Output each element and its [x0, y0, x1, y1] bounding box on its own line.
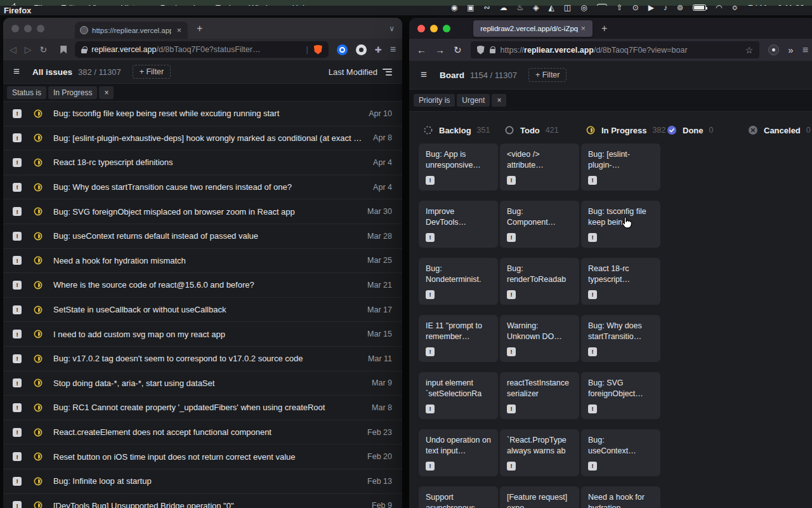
- issue-card[interactable]: Bug: useContext…!: [581, 429, 660, 476]
- chip-remove-button[interactable]: ×: [99, 86, 114, 99]
- issue-row[interactable]: !Bug: Why does startTransition cause two…: [3, 175, 402, 200]
- urgent-priority-icon[interactable]: !: [426, 176, 435, 185]
- in-progress-status-icon[interactable]: [34, 403, 43, 412]
- minimize-window-button[interactable]: [430, 25, 438, 32]
- issue-row[interactable]: !SetState in useCallback or without useC…: [3, 298, 402, 323]
- add-filter-button[interactable]: + Filter: [133, 65, 171, 79]
- wifi-icon[interactable]: ◠: [716, 4, 722, 11]
- sort-control[interactable]: Last Modified: [329, 67, 392, 77]
- urgent-priority-icon[interactable]: !: [13, 501, 22, 508]
- issue-row[interactable]: !Bug: v17.0.2 tag doesn't seem to corres…: [3, 347, 402, 371]
- upload-icon[interactable]: ⇧: [617, 4, 623, 11]
- in-progress-status-icon[interactable]: [34, 428, 43, 437]
- brave-shield-icon[interactable]: [314, 45, 322, 55]
- control-center-icon[interactable]: ≎: [732, 4, 738, 11]
- extension-icon[interactable]: [356, 44, 367, 55]
- right-browser-tab[interactable]: replidraw2.vercel.app/d/c-iZpq ×: [473, 20, 593, 37]
- in-progress-status-icon[interactable]: [34, 501, 43, 508]
- in-progress-status-icon[interactable]: [34, 477, 43, 486]
- minimize-window-button[interactable]: [24, 25, 32, 32]
- urgent-priority-icon[interactable]: !: [13, 133, 22, 142]
- shortcuts-icon[interactable]: ∾: [484, 4, 490, 11]
- filter-chip[interactable]: Urgent: [457, 94, 490, 107]
- close-window-button[interactable]: [11, 25, 19, 32]
- screen-record-icon[interactable]: ◉: [451, 4, 457, 11]
- issue-row[interactable]: !Bug: [eslint-plugin-exhaustive-deps] ho…: [3, 126, 402, 151]
- issue-row[interactable]: !Need a hook for hydration mismatchMar 2…: [3, 249, 402, 274]
- urgent-priority-icon[interactable]: !: [588, 233, 597, 242]
- in-progress-status-icon[interactable]: [34, 305, 43, 314]
- left-traffic-lights[interactable]: [3, 25, 44, 32]
- sidebar-toggle-icon[interactable]: ≡: [421, 69, 427, 81]
- filter-chip[interactable]: Priority is: [414, 94, 455, 107]
- bookmark-icon[interactable]: [60, 46, 67, 54]
- in-progress-status-icon[interactable]: [34, 232, 43, 241]
- in-progress-status-icon[interactable]: [34, 133, 43, 142]
- in-progress-status-icon[interactable]: [34, 109, 43, 118]
- forward-button[interactable]: ▷: [25, 45, 32, 54]
- tab-list-chevron-icon[interactable]: ∨: [389, 24, 395, 33]
- extensions-puzzle-icon[interactable]: ✚: [375, 45, 382, 55]
- menu-firefox[interactable]: Firefox: [0, 6, 812, 15]
- issue-row[interactable]: !Stop doing data-*, aria-*, start using …: [3, 371, 402, 396]
- issue-card[interactable]: Improve DevTools…!: [419, 201, 498, 248]
- urgent-priority-icon[interactable]: !: [507, 290, 516, 299]
- in-progress-status-icon[interactable]: [34, 158, 43, 167]
- zoom-window-button[interactable]: [37, 25, 44, 32]
- camera-icon[interactable]: ▣: [467, 4, 474, 11]
- issue-row[interactable]: ![DevTools Bug] Unsupported Bridge opera…: [3, 494, 402, 508]
- in-progress-status-icon[interactable]: [34, 183, 43, 192]
- new-tab-button[interactable]: +: [601, 23, 607, 34]
- issue-row[interactable]: !Bug: RC1 Cannot create property '_updat…: [3, 396, 402, 420]
- new-tab-button[interactable]: +: [197, 23, 202, 34]
- issue-card[interactable]: [Feature request] expo…!: [500, 486, 579, 508]
- urgent-priority-icon[interactable]: !: [13, 109, 22, 118]
- urgent-priority-icon[interactable]: !: [507, 462, 516, 471]
- urgent-priority-icon[interactable]: !: [13, 428, 22, 437]
- bookmark-star-icon[interactable]: ☆: [745, 45, 754, 55]
- issue-row[interactable]: !Reset button on iOS time input does not…: [3, 444, 402, 469]
- in-progress-status-icon[interactable]: [34, 378, 43, 387]
- issue-card[interactable]: Bug: [eslint- plugin-…!: [581, 144, 660, 190]
- app-store-icon[interactable]: ◭: [549, 4, 554, 11]
- urgent-priority-icon[interactable]: !: [426, 404, 435, 413]
- urgent-priority-icon[interactable]: !: [13, 256, 22, 265]
- urgent-priority-icon[interactable]: !: [13, 305, 22, 314]
- filter-chip[interactable]: Status is: [7, 86, 46, 99]
- issue-card[interactable]: <video /> attribute…!: [500, 144, 579, 190]
- urgent-priority-icon[interactable]: !: [588, 176, 597, 185]
- in-progress-status-icon[interactable]: [34, 330, 43, 338]
- urgent-priority-icon[interactable]: !: [426, 290, 435, 299]
- urgent-priority-icon[interactable]: !: [426, 347, 435, 356]
- issue-card[interactable]: Support asynchronous…!: [419, 486, 498, 508]
- one-password-extension-icon[interactable]: [337, 44, 348, 55]
- urgent-priority-icon[interactable]: !: [13, 158, 22, 167]
- left-address-bar[interactable]: repliear.vercel.app/d/8bTaoq7F0e?statusF…: [75, 41, 328, 58]
- urgent-priority-icon[interactable]: !: [13, 477, 22, 486]
- issue-card[interactable]: `React.PropType always warns ab!: [500, 429, 579, 476]
- issue-card[interactable]: Bug: tsconfig file keep bein…!: [581, 201, 660, 248]
- issue-row[interactable]: !Bug: tsconfig file keep being reset whi…: [3, 102, 402, 126]
- play-icon[interactable]: ▶: [648, 4, 654, 11]
- urgent-priority-icon[interactable]: !: [13, 354, 22, 363]
- chip-remove-button[interactable]: ×: [492, 94, 506, 107]
- reload-button[interactable]: ↻: [454, 45, 462, 55]
- issue-card[interactable]: IE 11 "prompt to remember…!: [419, 315, 498, 362]
- issue-card[interactable]: input element `setSelectionRa!: [419, 372, 498, 419]
- icloud-icon[interactable]: ☁: [500, 4, 508, 11]
- issue-card[interactable]: Need a hook for hydration…!: [581, 486, 660, 508]
- volume-icon[interactable]: ♪: [664, 4, 667, 11]
- issue-row[interactable]: !I need to add custom svg map on my reac…: [3, 322, 402, 347]
- browser-menu-icon[interactable]: ≡: [390, 44, 396, 55]
- issue-card[interactable]: Bug: renderToReadab!: [500, 258, 579, 305]
- back-button[interactable]: ◁: [10, 45, 16, 54]
- urgent-priority-icon[interactable]: !: [13, 281, 22, 290]
- issue-row[interactable]: !Where is the source code of react@15.6.…: [3, 273, 402, 298]
- issue-card[interactable]: Warning: Unknown DO…!: [500, 315, 579, 362]
- account-icon[interactable]: [768, 44, 779, 55]
- display-split-icon[interactable]: ◫: [564, 4, 571, 11]
- in-progress-status-icon[interactable]: [34, 207, 43, 216]
- docker-icon[interactable]: ♨: [517, 4, 524, 11]
- forward-button[interactable]: →: [435, 45, 445, 55]
- left-browser-tab[interactable]: https://repliear.vercel.app/d/8b ×: [75, 22, 188, 39]
